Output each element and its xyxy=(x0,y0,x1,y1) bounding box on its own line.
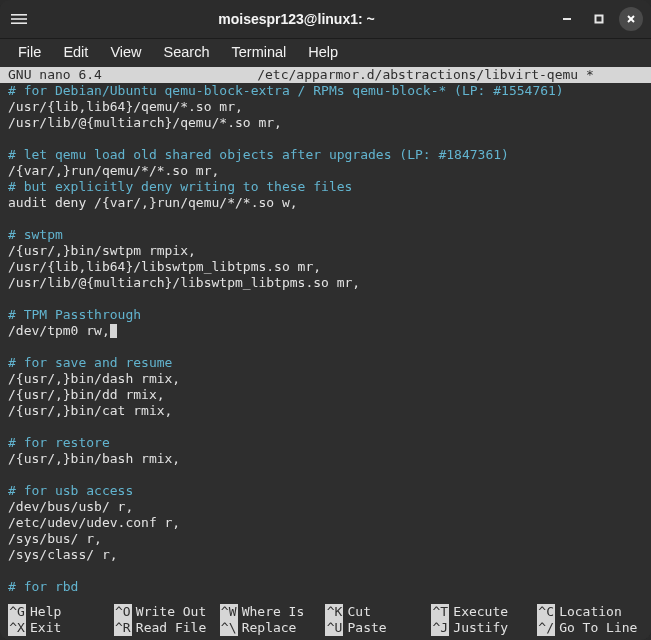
editor-line[interactable]: # for save and resume xyxy=(8,355,643,371)
editor-text: # TPM Passthrough xyxy=(8,307,141,322)
close-icon xyxy=(625,13,637,25)
editor-line[interactable]: /dev/tpm0 rw, xyxy=(8,323,643,339)
editor-line[interactable] xyxy=(8,211,643,227)
shortcut-label: Paste xyxy=(347,620,386,636)
svg-rect-1 xyxy=(11,18,27,20)
editor-text: /sys/bus/ r, xyxy=(8,531,102,546)
editor-line[interactable] xyxy=(8,339,643,355)
editor-line[interactable]: /usr/{lib,lib64}/qemu/*.so mr, xyxy=(8,99,643,115)
editor-line[interactable] xyxy=(8,419,643,435)
shortcut-row-1: ^GHelp^OWrite Out^WWhere Is^KCut^TExecut… xyxy=(8,604,643,620)
shortcut-item: ^TExecute xyxy=(431,604,537,620)
shortcut-item: ^WWhere Is xyxy=(220,604,326,620)
editor-line[interactable]: /usr/{lib,lib64}/libswtpm_libtpms.so mr, xyxy=(8,259,643,275)
editor-text: audit deny /{var/,}run/qemu/*/*.so w, xyxy=(8,195,298,210)
editor-line[interactable]: /{var/,}run/qemu/*/*.so mr, xyxy=(8,163,643,179)
menu-terminal[interactable]: Terminal xyxy=(222,42,297,62)
editor-text: /usr/{lib,lib64}/qemu/*.so mr, xyxy=(8,99,243,114)
shortcut-key: ^\ xyxy=(220,620,238,636)
nano-filepath: /etc/apparmor.d/abstractions/libvirt-qem… xyxy=(208,67,643,83)
maximize-icon xyxy=(593,13,605,25)
editor-line[interactable] xyxy=(8,467,643,483)
window-controls xyxy=(555,7,651,31)
editor-text: # swtpm xyxy=(8,227,63,242)
editor-text: /sys/class/ r, xyxy=(8,547,118,562)
editor-line[interactable]: /dev/bus/usb/ r, xyxy=(8,499,643,515)
titlebar: moisespr123@linux1: ~ xyxy=(0,0,651,39)
shortcut-key: ^T xyxy=(431,604,449,620)
editor-text: /{var/,}run/qemu/*/*.so mr, xyxy=(8,163,219,178)
editor-line[interactable]: /sys/bus/ r, xyxy=(8,531,643,547)
shortcut-label: Exit xyxy=(30,620,61,636)
text-cursor xyxy=(110,324,117,338)
shortcut-item: ^\Replace xyxy=(220,620,326,636)
editor-text: # for restore xyxy=(8,435,110,450)
shortcut-label: Replace xyxy=(242,620,297,636)
shortcut-key: ^G xyxy=(8,604,26,620)
editor-line[interactable]: # for Debian/Ubuntu qemu-block-extra / R… xyxy=(8,83,643,99)
editor-line[interactable]: /sys/class/ r, xyxy=(8,547,643,563)
nano-shortcut-bar: ^GHelp^OWrite Out^WWhere Is^KCut^TExecut… xyxy=(0,604,651,640)
close-button[interactable] xyxy=(619,7,643,31)
editor-line[interactable]: /usr/lib/@{multiarch}/libswtpm_libtpms.s… xyxy=(8,275,643,291)
editor-line[interactable] xyxy=(8,131,643,147)
editor-text: # for usb access xyxy=(8,483,133,498)
hamburger-menu-button[interactable] xyxy=(0,11,38,27)
editor-line[interactable]: /{usr/,}bin/swtpm rmpix, xyxy=(8,243,643,259)
editor-line[interactable]: # swtpm xyxy=(8,227,643,243)
shortcut-item: ^JJustify xyxy=(431,620,537,636)
editor-text: /usr/{lib,lib64}/libswtpm_libtpms.so mr, xyxy=(8,259,321,274)
shortcut-key: ^J xyxy=(431,620,449,636)
editor-line[interactable]: # for restore xyxy=(8,435,643,451)
shortcut-row-2: ^XExit^RRead File^\Replace^UPaste^JJusti… xyxy=(8,620,643,636)
shortcut-item: ^OWrite Out xyxy=(114,604,220,620)
shortcut-key: ^X xyxy=(8,620,26,636)
maximize-button[interactable] xyxy=(587,7,611,31)
editor-line[interactable]: /{usr/,}bin/cat rmix, xyxy=(8,403,643,419)
editor-line[interactable]: /usr/lib/@{multiarch}/qemu/*.so mr, xyxy=(8,115,643,131)
editor-text: /etc/udev/udev.conf r, xyxy=(8,515,180,530)
editor-text: /{usr/,}bin/swtpm rmpix, xyxy=(8,243,196,258)
menu-search[interactable]: Search xyxy=(154,42,220,62)
terminal-window: moisespr123@linux1: ~ File Edit View Sea… xyxy=(0,0,651,640)
editor-line[interactable] xyxy=(8,291,643,307)
editor-text: /{usr/,}bin/dash rmix, xyxy=(8,371,180,386)
editor-text: /usr/lib/@{multiarch}/libswtpm_libtpms.s… xyxy=(8,275,360,290)
editor-text: # but explicitly deny writing to these f… xyxy=(8,179,352,194)
editor-text: # for rbd xyxy=(8,579,78,594)
shortcut-label: Execute xyxy=(453,604,508,620)
editor-line[interactable]: /{usr/,}bin/dash rmix, xyxy=(8,371,643,387)
editor-line[interactable]: audit deny /{var/,}run/qemu/*/*.so w, xyxy=(8,195,643,211)
shortcut-item: ^GHelp xyxy=(8,604,114,620)
minimize-button[interactable] xyxy=(555,7,579,31)
nano-version: GNU nano 6.4 xyxy=(2,67,208,83)
menu-view[interactable]: View xyxy=(100,42,151,62)
editor-text: /usr/lib/@{multiarch}/qemu/*.so mr, xyxy=(8,115,282,130)
shortcut-item: ^CLocation xyxy=(537,604,643,620)
menu-edit[interactable]: Edit xyxy=(53,42,98,62)
shortcut-label: Read File xyxy=(136,620,206,636)
shortcut-label: Where Is xyxy=(242,604,305,620)
editor-text: /{usr/,}bin/bash rmix, xyxy=(8,451,180,466)
menu-file[interactable]: File xyxy=(8,42,51,62)
nano-header: GNU nano 6.4 /etc/apparmor.d/abstraction… xyxy=(0,67,651,83)
editor-line[interactable]: # for rbd xyxy=(8,579,643,595)
editor-text: # for Debian/Ubuntu qemu-block-extra / R… xyxy=(8,83,564,98)
terminal-area[interactable]: GNU nano 6.4 /etc/apparmor.d/abstraction… xyxy=(0,65,651,640)
editor-line[interactable]: # TPM Passthrough xyxy=(8,307,643,323)
svg-rect-4 xyxy=(596,16,603,23)
menu-help[interactable]: Help xyxy=(298,42,348,62)
editor-line[interactable]: # but explicitly deny writing to these f… xyxy=(8,179,643,195)
shortcut-key: ^W xyxy=(220,604,238,620)
hamburger-icon xyxy=(11,11,27,27)
editor-line[interactable]: # for usb access xyxy=(8,483,643,499)
editor-line[interactable]: /etc/udev/udev.conf r, xyxy=(8,515,643,531)
editor-line[interactable]: /{usr/,}bin/dd rmix, xyxy=(8,387,643,403)
editor-line[interactable] xyxy=(8,563,643,579)
menubar: File Edit View Search Terminal Help xyxy=(0,39,651,65)
editor-content[interactable]: # for Debian/Ubuntu qemu-block-extra / R… xyxy=(8,83,643,595)
editor-line[interactable]: /{usr/,}bin/bash rmix, xyxy=(8,451,643,467)
editor-line[interactable]: # let qemu load old shared objects after… xyxy=(8,147,643,163)
shortcut-key: ^/ xyxy=(537,620,555,636)
minimize-icon xyxy=(561,13,573,25)
